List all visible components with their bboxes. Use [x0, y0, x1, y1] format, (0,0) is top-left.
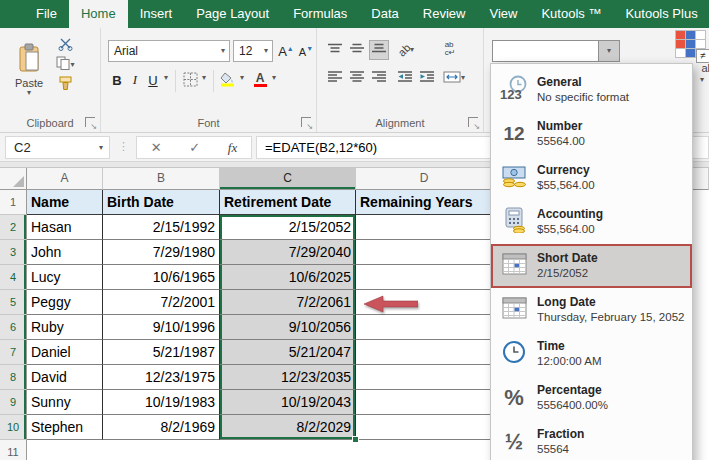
font-size-dropdown-icon[interactable]: ▾	[264, 47, 272, 55]
paste-dropdown-icon[interactable]: ▾	[27, 89, 31, 97]
conditional-formatting-dropdown-icon[interactable]: ▾	[700, 76, 709, 84]
number-format-dropdown-button[interactable]: ▾	[598, 41, 619, 61]
cell-D1[interactable]: Remaining Years	[356, 190, 493, 215]
decrease-font-size-button[interactable]: A▼	[297, 40, 315, 62]
cell-B6[interactable]: 9/10/1996	[103, 315, 220, 340]
cell-A9[interactable]: Sunny	[27, 390, 103, 415]
font-size-combobox[interactable]: 12 ▾	[233, 40, 273, 62]
row-header-1[interactable]: 1	[0, 190, 27, 215]
row-header-11[interactable]: 11	[0, 440, 27, 460]
borders-dropdown-icon[interactable]: ▾	[199, 74, 209, 82]
cell-A1[interactable]: Name	[27, 190, 103, 215]
increase-indent-button[interactable]	[417, 68, 437, 88]
font-name-combobox[interactable]: Arial ▾	[108, 40, 230, 62]
format-option-long-date[interactable]: Long DateThursday, February 15, 2052	[491, 288, 692, 332]
tab-data[interactable]: Data	[359, 0, 410, 28]
format-option-general[interactable]: 123GeneralNo specific format	[491, 68, 692, 112]
cell-B2[interactable]: 2/15/1992	[103, 215, 220, 240]
cell-B4[interactable]: 10/6/1965	[103, 265, 220, 290]
cell-A10[interactable]: Stephen	[27, 415, 103, 440]
cell-B3[interactable]: 7/29/1980	[103, 240, 220, 265]
paste-button[interactable]: Paste ▾	[8, 32, 50, 108]
column-header-d[interactable]: D	[356, 168, 493, 190]
selection-fill-handle[interactable]	[352, 436, 359, 443]
format-option-fraction[interactable]: ½Fraction55564	[491, 420, 692, 460]
row-header-3[interactable]: 3	[0, 240, 27, 265]
tab-file[interactable]: File	[24, 0, 69, 28]
cell-D8[interactable]	[356, 365, 493, 390]
cell-D6[interactable]	[356, 315, 493, 340]
row-header-9[interactable]: 9	[0, 390, 27, 415]
row-header-2[interactable]: 2	[0, 215, 27, 240]
cell-C9[interactable]: 10/19/2043	[220, 390, 356, 415]
cell-A7[interactable]: Daniel	[27, 340, 103, 365]
decrease-indent-button[interactable]	[395, 68, 415, 88]
font-color-dropdown-icon[interactable]: ▾	[269, 74, 279, 82]
cell-D2[interactable]	[356, 215, 493, 240]
name-box[interactable]: C2 ▾	[5, 136, 110, 159]
row-header-6[interactable]: 6	[0, 315, 27, 340]
fill-color-dropdown-icon[interactable]: ▾	[237, 74, 247, 82]
cell-C5[interactable]: 7/2/2061	[220, 290, 356, 315]
font-dialog-launcher[interactable]	[301, 117, 311, 127]
format-option-number[interactable]: 12Number55564.00	[491, 112, 692, 156]
alignment-dialog-launcher[interactable]	[468, 117, 478, 127]
merge-center-dropdown-icon[interactable]: ▾	[461, 74, 465, 82]
format-option-percentage[interactable]: %Percentage5556400.00%	[491, 376, 692, 420]
cancel-button[interactable]: ✕	[151, 140, 162, 155]
cell-B11[interactable]	[103, 440, 220, 460]
cell-C4[interactable]: 10/6/2025	[220, 265, 356, 290]
row-header-10[interactable]: 10	[0, 415, 27, 440]
format-option-time[interactable]: Time12:00:00 AM	[491, 332, 692, 376]
cell-C7[interactable]: 5/21/2047	[220, 340, 356, 365]
select-all-corner[interactable]	[0, 168, 27, 190]
cell-C10[interactable]: 8/2/2029	[220, 415, 356, 440]
row-header-5[interactable]: 5	[0, 290, 27, 315]
row-header-7[interactable]: 7	[0, 340, 27, 365]
insert-function-button[interactable]: fx	[228, 140, 237, 156]
cell-A4[interactable]: Lucy	[27, 265, 103, 290]
format-option-short-date[interactable]: Short Date2/15/2052	[491, 244, 692, 288]
cell-D7[interactable]	[356, 340, 493, 365]
name-box-dropdown-icon[interactable]: ▾	[99, 144, 109, 152]
wrap-text-button[interactable]: abc↵	[439, 38, 461, 60]
font-name-dropdown-icon[interactable]: ▾	[221, 47, 229, 55]
cell-D11[interactable]	[356, 440, 493, 460]
align-top-button[interactable]	[325, 40, 345, 60]
enter-button[interactable]: ✓	[189, 140, 200, 155]
cell-D4[interactable]	[356, 265, 493, 290]
cut-button[interactable]	[56, 36, 74, 53]
column-header-b[interactable]: B	[103, 168, 220, 190]
cell-D10[interactable]	[356, 415, 493, 440]
bold-button[interactable]: B	[109, 70, 125, 90]
cell-C11[interactable]	[220, 440, 356, 460]
cell-C8[interactable]: 12/23/2035	[220, 365, 356, 390]
cell-A3[interactable]: John	[27, 240, 103, 265]
tab-insert[interactable]: Insert	[128, 0, 185, 28]
cell-C3[interactable]: 7/29/2040	[220, 240, 356, 265]
underline-dropdown-icon[interactable]: ▾	[161, 74, 171, 82]
cell-B5[interactable]: 7/2/2001	[103, 290, 220, 315]
copy-button[interactable]: ▾	[56, 56, 74, 73]
tab-page-layout[interactable]: Page Layout	[184, 0, 281, 28]
tab-home[interactable]: Home	[69, 0, 128, 28]
cell-B8[interactable]: 12/23/1975	[103, 365, 220, 390]
cell-A5[interactable]: Peggy	[27, 290, 103, 315]
fill-color-button[interactable]	[219, 70, 237, 90]
cell-C1[interactable]: Retirement Date	[220, 190, 356, 215]
cell-C2[interactable]: 2/15/2052	[220, 215, 356, 240]
italic-button[interactable]: I	[128, 70, 142, 90]
cell-C6[interactable]: 9/10/2056	[220, 315, 356, 340]
copy-dropdown-icon[interactable]: ▾	[71, 61, 75, 69]
tab-kutools[interactable]: Kutools ™	[529, 0, 613, 28]
tab-view[interactable]: View	[477, 0, 529, 28]
cell-B9[interactable]: 10/19/1983	[103, 390, 220, 415]
format-option-currency[interactable]: Currency$55,564.00	[491, 156, 692, 200]
cell-A2[interactable]: Hasan	[27, 215, 103, 240]
cell-D3[interactable]	[356, 240, 493, 265]
row-header-8[interactable]: 8	[0, 365, 27, 390]
cell-A8[interactable]: David	[27, 365, 103, 390]
increase-font-size-button[interactable]: A▲	[277, 40, 295, 62]
tab-review[interactable]: Review	[411, 0, 478, 28]
borders-button[interactable]	[181, 70, 199, 90]
